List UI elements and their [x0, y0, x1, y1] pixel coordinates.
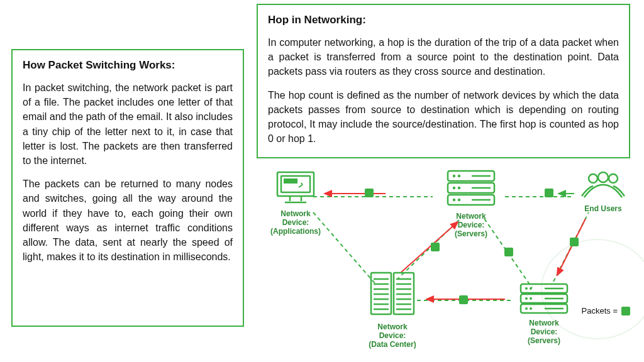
packet-switching-box: How Packet Switching Works: In packet sw…	[11, 49, 244, 327]
svg-point-57	[530, 307, 532, 310]
svg-rect-13	[281, 176, 310, 192]
node-label: NetworkDevice:(Servers)	[509, 319, 579, 345]
svg-point-56	[525, 307, 528, 310]
node-end-users: End Users	[575, 171, 631, 214]
svg-point-32	[609, 174, 618, 183]
node-label: NetworkDevice:(Applications)	[264, 210, 327, 236]
svg-point-54	[525, 297, 528, 300]
svg-point-21	[453, 175, 455, 177]
svg-line-8	[401, 222, 458, 272]
node-servers-right: NetworkDevice:(Servers)	[509, 282, 579, 345]
packet-icon	[504, 248, 513, 256]
node-label: End Users	[575, 205, 631, 214]
svg-point-25	[453, 199, 455, 201]
packet-icon	[570, 238, 579, 246]
svg-rect-51	[521, 304, 567, 313]
users-icon	[580, 171, 626, 202]
node-applications: NetworkDevice:(Applications)	[264, 170, 327, 236]
packet-switching-title: How Packet Switching Works:	[23, 59, 233, 72]
hop-p2: The hop count is defined as the number o…	[268, 88, 619, 146]
svg-point-24	[458, 187, 460, 189]
legend-label: Packets =	[582, 306, 618, 315]
svg-point-53	[530, 287, 532, 290]
packet-icon	[365, 189, 374, 197]
svg-rect-50	[521, 294, 567, 303]
svg-point-31	[598, 172, 608, 182]
packet-icon	[459, 295, 468, 304]
monitor-icon	[275, 170, 316, 207]
diagram-lines	[257, 162, 634, 358]
svg-rect-19	[448, 183, 494, 193]
data-center-icon	[367, 269, 418, 321]
svg-rect-14	[284, 178, 297, 184]
server-rack-icon	[517, 282, 571, 317]
hop-title: Hop in Networking:	[268, 14, 619, 26]
server-rack-icon	[444, 168, 498, 210]
svg-line-6	[553, 212, 589, 282]
svg-point-23	[453, 187, 455, 189]
node-servers-top: NetworkDevice:(Servers)	[436, 168, 506, 238]
packets-legend: Packets =	[582, 306, 630, 315]
svg-rect-12	[277, 172, 314, 196]
svg-rect-34	[394, 273, 414, 314]
hop-networking-box: Hop in Networking: In computer networkin…	[257, 4, 630, 158]
node-data-center: NetworkDevice:(Data Center)	[355, 269, 430, 349]
svg-point-30	[589, 174, 597, 183]
packet-switching-p2: The packets can be returned to many node…	[23, 177, 233, 264]
svg-line-3	[484, 219, 532, 288]
packet-switching-p1: In packet switching, the network packet …	[23, 80, 233, 168]
packet-icon	[545, 189, 553, 197]
svg-rect-20	[448, 195, 494, 205]
svg-point-55	[530, 297, 532, 300]
svg-rect-18	[448, 171, 494, 181]
svg-line-10	[557, 219, 586, 275]
svg-point-22	[458, 175, 460, 177]
svg-line-1	[313, 212, 376, 285]
hop-p1: In computer networking, a hop is the dur…	[268, 35, 619, 79]
node-label: NetworkDevice:(Data Center)	[355, 323, 430, 349]
svg-line-2	[398, 220, 459, 278]
svg-point-52	[525, 287, 528, 290]
svg-point-26	[458, 199, 460, 201]
packet-icon	[621, 307, 630, 315]
network-diagram: NetworkDevice:(Applications) NetworkDevi…	[257, 162, 634, 358]
svg-rect-33	[371, 273, 391, 314]
packet-icon	[431, 243, 440, 251]
svg-rect-49	[521, 284, 567, 293]
node-label: NetworkDevice:(Servers)	[436, 212, 506, 238]
